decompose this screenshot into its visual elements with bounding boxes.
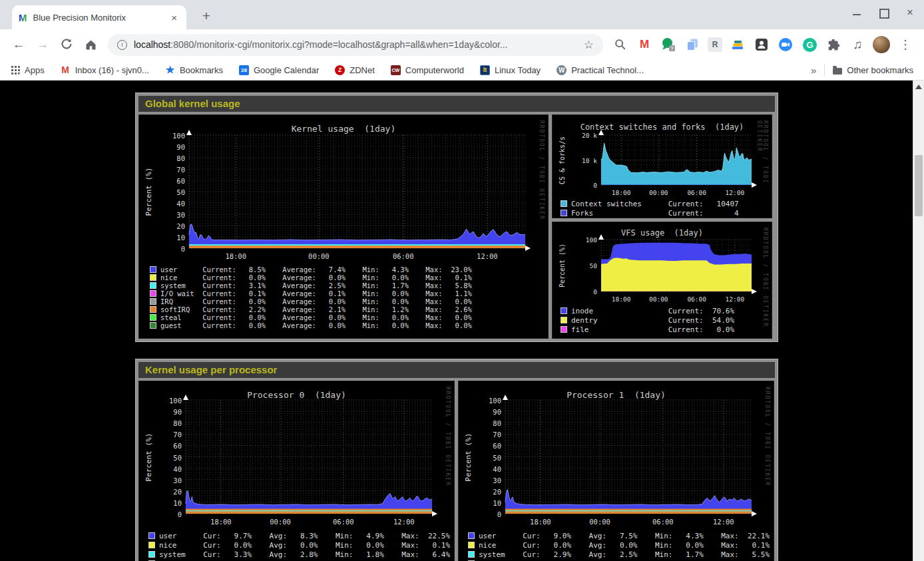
legend-swatch (150, 274, 156, 281)
wordpress-icon: W (557, 65, 567, 75)
y-tick-label: 60 (475, 442, 501, 450)
graph-y-axis-label: CS & forks/s (559, 136, 566, 184)
bookmark-item[interactable]: MInbox (16) - sjvn0... (61, 65, 149, 75)
bookmarks-bar-right: » Other bookmarks (811, 64, 913, 76)
zoom-extension-icon[interactable] (777, 36, 794, 53)
rrdtool-watermark: RRDTOOL / TOBI OETIKER (756, 120, 768, 218)
back-icon[interactable]: ← (10, 36, 27, 53)
bookmark-item[interactable]: ZZDNet (335, 65, 375, 75)
browser-tab[interactable]: M Blue Precision Monitorix × (12, 5, 186, 29)
other-bookmarks-label[interactable]: Other bookmarks (847, 65, 913, 75)
gmail-extension-icon[interactable]: M (636, 36, 653, 53)
address-bar[interactable]: i localhost:8080/monitorix-cgi/monitorix… (108, 34, 603, 56)
star-icon: ★ (165, 65, 175, 75)
graph-legend: user Cur: 9.0% Avg: 7.5% Min: 4.3% Max: … (468, 531, 770, 561)
x-tick-label: 12:00 (389, 518, 419, 526)
scrollbar-thumb[interactable] (915, 155, 923, 216)
kernel-usage-graph[interactable]: Kernel usage (1day)Percent (%)RRDTOOL / … (138, 114, 549, 339)
svg-text:?: ? (670, 45, 673, 51)
x-tick-label: 06:00 (329, 518, 358, 526)
legend-row: nice Current: 0.0% Average: 0.0% Min: 0.… (150, 274, 472, 281)
legend-swatch (468, 532, 475, 539)
y-tick-label: 0 (158, 245, 185, 253)
search-extension-icon[interactable] (612, 36, 629, 53)
tab-title: Blue Precision Monitorix (33, 13, 169, 23)
legend-swatch (148, 551, 155, 558)
monitorix-favicon-icon: M (19, 12, 27, 23)
zdnet-icon: Z (335, 65, 345, 75)
bookmark-label: Google Calendar (254, 65, 319, 75)
section-header: Global kernel usage (138, 96, 775, 112)
legend-row: inode Current: 70.6% (561, 306, 734, 315)
processor-0-graph[interactable]: Processor 0 (1day)Percent (%)RRDTOOL / T… (138, 381, 455, 561)
gmail-icon: M (61, 65, 71, 75)
bookmarks-bar-items: AppsMInbox (16) - sjvn0...★Bookmarks28Go… (11, 65, 660, 75)
bookmark-item[interactable]: CWComputerworld (391, 65, 464, 75)
bookmark-item[interactable]: ★Bookmarks (165, 65, 223, 75)
window-maximize-icon[interactable] (879, 8, 888, 17)
bookmark-item[interactable]: WPractical Technol... (557, 65, 644, 75)
y-tick-label: 80 (475, 419, 501, 427)
x-tick-label: 18:00 (206, 518, 236, 526)
bookmark-star-icon[interactable]: ☆ (584, 38, 594, 52)
reader-extension-icon[interactable]: R (708, 37, 722, 52)
graph-plot (189, 135, 525, 248)
extension-icons: M ? R G ♫ ⋮ (608, 36, 917, 53)
page-info-icon[interactable]: i (117, 40, 127, 50)
rrdtool-watermark: RRDTOOL / TOBI OETIKER (539, 120, 545, 220)
x-tick-label: 12:00 (720, 189, 750, 196)
folder-icon (833, 68, 842, 75)
y-tick-label: 100 (475, 397, 501, 405)
y-tick-label: 40 (155, 465, 182, 473)
books-extension-icon[interactable] (729, 36, 746, 53)
new-tab-button[interactable]: + (197, 8, 216, 24)
scrollbar[interactable] (913, 81, 924, 561)
copy-pages-extension-icon[interactable] (684, 36, 701, 53)
tab-close-icon[interactable]: × (168, 12, 180, 23)
home-icon[interactable] (82, 36, 99, 53)
vfs-usage-graph[interactable]: VFS usage (1day)Percent (%)RRDTOOL / TOB… (552, 222, 772, 339)
section-global-kernel-usage: Global kernel usage Kernel usage (1day)P… (135, 93, 778, 342)
window-minimize-icon[interactable] (852, 8, 861, 17)
chat-extension-icon[interactable]: ? (660, 36, 677, 53)
reload-icon[interactable] (58, 36, 75, 53)
graph-title: Context switches and forks (1day) (553, 122, 772, 132)
chrome-menu-icon[interactable]: ⋮ (897, 36, 914, 53)
legend-swatch (150, 298, 156, 305)
window-controls: × (852, 8, 915, 17)
playlist-extension-icon[interactable]: ♫ (849, 36, 866, 53)
forward-icon[interactable]: → (34, 36, 51, 53)
legend-swatch (561, 200, 567, 207)
bookmark-label: ZDNet (349, 65, 375, 75)
legend-swatch (148, 542, 155, 548)
person-extension-icon[interactable] (753, 36, 770, 53)
extensions-puzzle-icon[interactable] (825, 36, 842, 53)
profile-avatar[interactable] (873, 36, 890, 53)
url-text[interactable]: localhost:8080/monitorix-cgi/monitorix.c… (134, 39, 578, 50)
x-tick-label: 18:00 (606, 189, 636, 196)
y-tick-label: 50 (571, 262, 597, 270)
bookmark-item[interactable]: Apps (11, 65, 45, 75)
bookmark-item[interactable]: 28Google Calendar (239, 65, 319, 75)
y-tick-label: 10 (155, 499, 182, 507)
page-content: Global kernel usage Kernel usage (1day)P… (0, 81, 924, 561)
y-tick-label: 20 (158, 222, 185, 230)
legend-row: Forks Current: 4 (561, 208, 739, 218)
bookmark-item[interactable]: ltLinux Today (480, 65, 541, 75)
legend-row: system Current: 3.1% Average: 2.5% Min: … (150, 281, 472, 289)
window-close-icon[interactable]: × (905, 8, 915, 17)
legend-row: guest Current: 0.0% Average: 0.0% Min: 0… (150, 321, 472, 329)
legend-row: I/O wait Current: 0.1% Average: 0.1% Min… (150, 289, 472, 297)
context-switches-graph[interactable]: Context switches and forks (1day)CS & fo… (552, 114, 772, 218)
scrollbar-up-icon[interactable] (915, 85, 922, 89)
bookmarks-overflow-icon[interactable]: » (811, 65, 816, 76)
grammarly-extension-icon[interactable]: G (801, 36, 818, 53)
y-tick-label: 40 (158, 200, 185, 208)
processor-1-graph[interactable]: Processor 1 (1day)Percent (%)RRDTOOL / T… (458, 381, 774, 561)
y-tick-label: 0 (571, 182, 597, 189)
y-tick-label: 90 (158, 143, 185, 151)
y-tick-label: 80 (158, 154, 185, 162)
legend-swatch (150, 322, 156, 329)
x-tick-label: 06:00 (682, 295, 712, 303)
legend-swatch (150, 290, 156, 297)
